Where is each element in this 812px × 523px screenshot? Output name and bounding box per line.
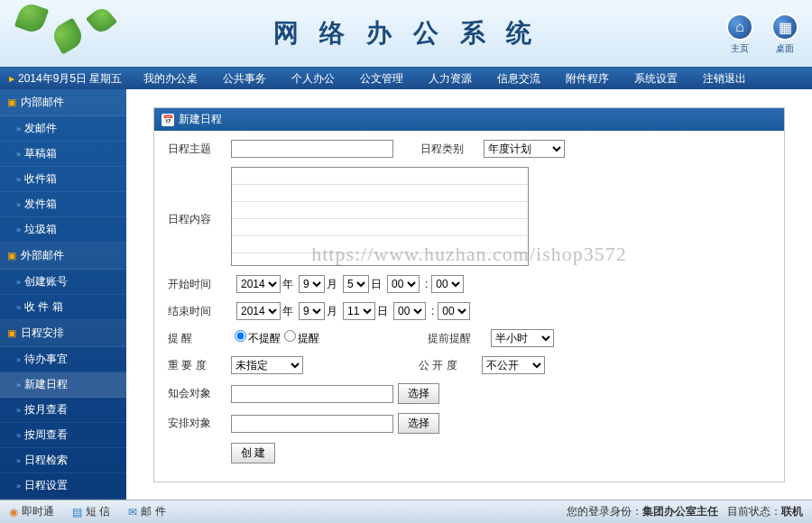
menu-item[interactable]: 公共事务 (210, 68, 279, 89)
chevron-right-icon: » (16, 124, 21, 133)
assign-label: 安排对象 (168, 416, 231, 431)
remind-yes-option[interactable]: 提醒 (281, 330, 319, 346)
status-info: 目前状态：联机 (727, 504, 803, 519)
chevron-right-icon: » (16, 456, 21, 465)
assign-input[interactable] (231, 415, 393, 433)
date-display: ▸ 2014年9月5日 星期五 (0, 71, 131, 87)
im-button[interactable]: ◉即时通 (9, 504, 54, 519)
start-time-label: 开始时间 (168, 277, 231, 292)
sidebar-item[interactable]: »垃圾箱 (0, 217, 126, 243)
mail-button[interactable]: ✉邮 件 (128, 504, 165, 519)
menubar: ▸ 2014年9月5日 星期五 我的办公桌公共事务个人办公公文管理人力资源信息交… (0, 68, 812, 89)
notify-input[interactable] (231, 385, 393, 403)
end-year-select[interactable]: 2014 (236, 302, 281, 320)
header: 网 络 办 公 系 统 ⌂主页▦桌面 (0, 0, 812, 68)
remind-advance-label: 提前提醒 (428, 331, 491, 346)
importance-label: 重 要 度 (168, 358, 231, 373)
home-icon[interactable]: ⌂主页 (726, 14, 753, 55)
sidebar-item[interactable]: »新建日程 (0, 372, 126, 398)
sidebar-item[interactable]: »日程检索 (0, 448, 126, 473)
category-select[interactable]: 年度计划 (484, 140, 565, 158)
panel-title: 📅 新建日程 (154, 108, 784, 131)
menu-item[interactable]: 系统设置 (622, 68, 690, 89)
sidebar-item[interactable]: »收 件 箱 (0, 295, 126, 320)
create-button[interactable]: 创 建 (231, 443, 275, 463)
sidebar-group[interactable]: ▣外部邮件 (0, 243, 126, 270)
sidebar: ▣内部邮件»发邮件»草稿箱»收件箱»发件箱»垃圾箱▣外部邮件»创建账号»收 件 … (0, 89, 126, 500)
chevron-right-icon: » (16, 150, 21, 159)
menu-item[interactable]: 我的办公桌 (131, 68, 210, 89)
content-label: 日程内容 (168, 167, 231, 227)
end-hour-select[interactable]: 00 (393, 302, 426, 320)
statusbar: ◉即时通 ▤短 信 ✉邮 件 您的登录身份：集团办公室主任 目前状态：联机 (0, 500, 812, 523)
end-time-label: 结束时间 (168, 304, 231, 319)
sidebar-item[interactable]: »按月查看 (0, 398, 126, 423)
sidebar-item[interactable]: »按周查看 (0, 423, 126, 448)
chevron-right-icon: » (16, 431, 21, 440)
menu-item[interactable]: 人力资源 (416, 68, 484, 89)
start-year-select[interactable]: 2014 (236, 275, 281, 293)
app-title: 网 络 办 公 系 统 (273, 16, 540, 50)
chevron-right-icon: » (16, 482, 21, 491)
start-day-select[interactable]: 5 (343, 275, 369, 293)
subject-input[interactable] (231, 140, 393, 158)
menu-item[interactable]: 注销退出 (690, 68, 759, 89)
public-select[interactable]: 不公开 (482, 356, 545, 374)
chevron-right-icon: » (16, 200, 21, 209)
assign-select-button[interactable]: 选择 (398, 413, 439, 434)
chevron-right-icon: » (16, 225, 21, 234)
chevron-right-icon: » (16, 175, 21, 184)
header-decoration (0, 0, 162, 68)
subject-label: 日程主题 (168, 142, 231, 157)
category-label: 日程类别 (420, 142, 484, 157)
remind-no-option[interactable]: 不提醒 (231, 330, 281, 346)
menu-item[interactable]: 信息交流 (484, 68, 553, 89)
sidebar-item[interactable]: »发件箱 (0, 192, 126, 217)
sidebar-item[interactable]: »发邮件 (0, 116, 126, 142)
start-month-select[interactable]: 9 (299, 275, 325, 293)
remind-label: 提 醒 (168, 331, 231, 346)
desktop-icon[interactable]: ▦桌面 (771, 14, 798, 55)
sidebar-item[interactable]: »创建账号 (0, 270, 126, 295)
folder-icon: ▣ (7, 250, 16, 262)
folder-icon: ▣ (7, 327, 16, 339)
content-textarea[interactable] (231, 167, 529, 266)
calendar-icon: 📅 (161, 114, 174, 126)
remind-advance-select[interactable]: 半小时 (491, 329, 554, 347)
chevron-right-icon: » (16, 406, 21, 415)
login-info: 您的登录身份：集团办公室主任 (567, 504, 718, 519)
start-min-select[interactable]: 00 (431, 275, 464, 293)
sidebar-group[interactable]: ▣内部邮件 (0, 89, 126, 116)
sidebar-item[interactable]: »待办事宜 (0, 347, 126, 372)
sidebar-group[interactable]: ▣日程安排 (0, 320, 126, 347)
end-month-select[interactable]: 9 (299, 302, 325, 320)
sidebar-item[interactable]: »收件箱 (0, 167, 126, 192)
content-area: https://www.huzhan.com/ishop3572 📅 新建日程 … (126, 89, 812, 500)
notify-select-button[interactable]: 选择 (398, 383, 439, 404)
chevron-right-icon: » (16, 355, 21, 364)
sidebar-group[interactable]: ▣通 讯 录 (0, 499, 126, 500)
folder-icon: ▣ (7, 96, 16, 108)
menu-item[interactable]: 公文管理 (347, 68, 416, 89)
menu-item[interactable]: 个人办公 (279, 68, 347, 89)
start-hour-select[interactable]: 00 (387, 275, 420, 293)
menu-item[interactable]: 附件程序 (553, 68, 622, 89)
importance-select[interactable]: 未指定 (231, 356, 303, 374)
end-day-select[interactable]: 11 (343, 302, 375, 320)
end-min-select[interactable]: 00 (438, 302, 470, 320)
chevron-right-icon: » (16, 381, 21, 390)
chevron-right-icon: » (16, 278, 21, 287)
new-schedule-panel: 📅 新建日程 日程主题 日程类别 年度计划 日程内容 开始时间 2014年 (153, 107, 785, 482)
sidebar-item[interactable]: »日程设置 (0, 473, 126, 499)
notify-label: 知会对象 (168, 386, 231, 401)
chevron-right-icon: » (16, 303, 21, 312)
public-label: 公 开 度 (419, 358, 482, 373)
sms-button[interactable]: ▤短 信 (72, 504, 110, 519)
sidebar-item[interactable]: »草稿箱 (0, 142, 126, 167)
